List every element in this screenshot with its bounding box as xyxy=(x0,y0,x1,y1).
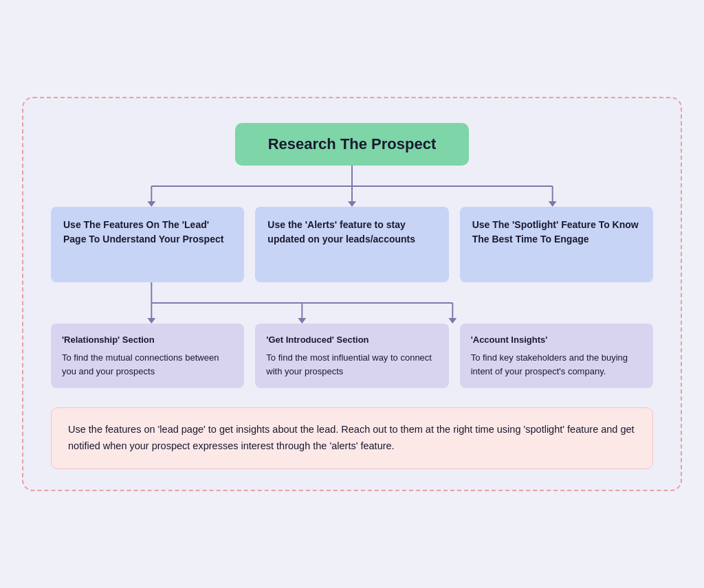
root-row: Research The Prospect xyxy=(51,123,653,166)
summary-box: Use the features on 'lead page' to get i… xyxy=(51,407,653,469)
connector-svg-1 xyxy=(51,166,653,207)
diagram: Research The Prospect xyxy=(51,123,653,388)
svg-marker-15 xyxy=(448,318,456,324)
card-get-introduced-body: To find the most influential way to conn… xyxy=(266,351,437,378)
card-get-introduced: 'Get Introduced' Section To find the mos… xyxy=(255,324,448,388)
connector-svg-2 xyxy=(51,282,653,324)
card-spotlight-text: Use The 'Spotlight' Feature To Know The … xyxy=(472,219,639,245)
card-account-insights-title: 'Account Insights' xyxy=(471,333,642,347)
svg-marker-3 xyxy=(147,201,155,207)
card-lead-page-text: Use The Features On The 'Lead' Page To U… xyxy=(63,219,223,245)
card-lead-page: Use The Features On The 'Lead' Page To U… xyxy=(51,207,244,282)
root-node: Research The Prospect xyxy=(235,123,470,166)
card-spotlight: Use The 'Spotlight' Feature To Know The … xyxy=(460,207,653,282)
card-relationship-title: 'Relationship' Section xyxy=(62,333,233,347)
level2-cards: 'Relationship' Section To find the mutua… xyxy=(51,324,653,388)
card-alerts: Use the 'Alerts' feature to stay updated… xyxy=(255,207,448,282)
card-relationship: 'Relationship' Section To find the mutua… xyxy=(51,324,244,388)
card-get-introduced-title: 'Get Introduced' Section xyxy=(266,333,437,347)
main-container: Research The Prospect xyxy=(22,97,682,491)
summary-text: Use the features on 'lead page' to get i… xyxy=(68,424,635,451)
card-account-insights-body: To find key stakeholders and the buying … xyxy=(471,351,642,378)
svg-marker-13 xyxy=(298,318,306,324)
svg-marker-11 xyxy=(147,318,155,324)
card-relationship-body: To find the mutual connections between y… xyxy=(62,351,233,378)
level1-cards: Use The Features On The 'Lead' Page To U… xyxy=(51,207,653,282)
svg-marker-5 xyxy=(348,201,356,207)
svg-marker-7 xyxy=(549,201,557,207)
root-title: Research The Prospect xyxy=(268,135,437,152)
gap-row-2 xyxy=(51,282,653,324)
gap-row-1 xyxy=(51,166,653,207)
card-alerts-text: Use the 'Alerts' feature to stay updated… xyxy=(267,219,415,245)
card-account-insights: 'Account Insights' To find key stakehold… xyxy=(460,324,653,388)
